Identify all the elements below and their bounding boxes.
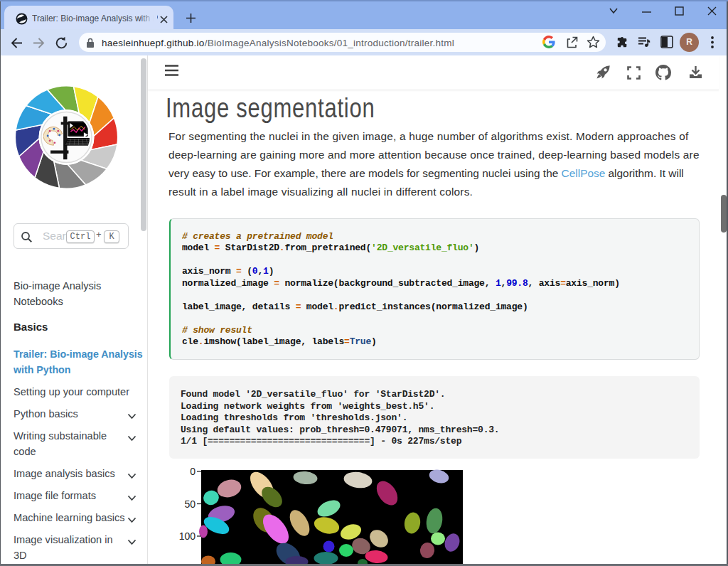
svg-text:100: 100 [179,530,196,542]
svg-text:50: 50 [184,498,196,510]
svg-text:0: 0 [190,466,196,477]
